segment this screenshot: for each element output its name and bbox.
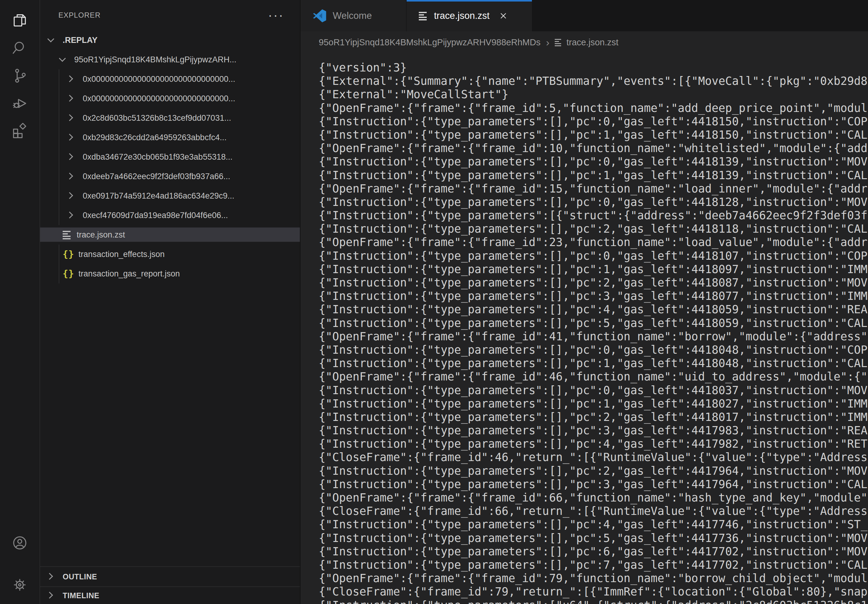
code-line: {"OpenFrame":{"frame":{"frame_id":66,"fu… (319, 491, 868, 505)
code-line: {"Instruction":{"type_parameters":[],"pc… (319, 531, 868, 545)
code-line: {"Instruction":{"type_parameters":[],"pc… (319, 478, 868, 491)
chevron-icon (67, 94, 75, 102)
breadcrumb-separator-icon: › (546, 37, 549, 48)
code-line: {"OpenFrame":{"frame":{"frame_id":79,"fu… (319, 572, 868, 585)
chevron-icon (58, 56, 66, 63)
run-and-debug-button[interactable] (11, 95, 29, 113)
code-line: {"version":3} (319, 61, 868, 74)
json-icon: {} (63, 249, 74, 259)
close-icon[interactable] (498, 11, 508, 21)
tree-item-label: 0xecf47609d7da919ea98e7fd04f6e06... (83, 211, 228, 220)
chevron-icon (67, 172, 75, 180)
code-line: {"Instruction":{"type_parameters":[],"pc… (319, 437, 868, 451)
code-line: {"Instruction":{"type_parameters":[],"pc… (319, 169, 868, 182)
chevron-icon (67, 153, 75, 161)
code-line: {"CloseFrame":{"frame_id":79,"return_":[… (319, 585, 868, 599)
chevron-icon (47, 36, 55, 44)
activity-bar (0, 0, 40, 604)
code-line: {"OpenFrame":{"frame":{"frame_id":23,"fu… (319, 236, 868, 249)
source-control-icon (12, 68, 28, 85)
tree-item-label: 0xe0917b74a5912e4ad186ac634e29c9... (83, 191, 234, 201)
code-line: {"Instruction":{"type_parameters":[],"pc… (319, 303, 868, 316)
code-line: {"Instruction":{"type_parameters":[],"pc… (319, 465, 868, 478)
chevron-icon (67, 192, 75, 200)
activity-bar-bottom (11, 535, 29, 604)
json-icon: {} (63, 269, 74, 279)
search-icon (12, 40, 28, 57)
tree-item-label: 0xb29d83c26cdd2a64959263abbcfc4... (83, 133, 226, 142)
code-line: {"OpenFrame":{"frame":{"frame_id":5,"fun… (319, 102, 868, 115)
code-line: {"External":"MoveCallStart"} (319, 88, 868, 101)
account-icon (12, 535, 28, 552)
search-button[interactable] (11, 40, 29, 57)
tree-row[interactable]: {} transaction_effects.json (40, 245, 300, 264)
code-line: {"Instruction":{"type_parameters":[],"pc… (319, 424, 868, 437)
code-line: {"Instruction":{"type_parameters":[],"pc… (319, 410, 868, 424)
tree-row[interactable]: trace.json.zst (40, 225, 300, 245)
extensions-button[interactable] (11, 123, 29, 141)
explorer-title: EXPLORER (58, 11, 101, 19)
tree-row[interactable]: 0xdba34672e30cb065b1f93e3ab55318... (40, 147, 300, 167)
tab-welcome-label: Welcome (333, 10, 372, 21)
tree-row[interactable]: 0x000000000000000000000000000000... (40, 69, 300, 89)
code-line: {"OpenFrame":{"frame":{"frame_id":10,"fu… (319, 142, 868, 155)
tree-row[interactable]: 0xe0917b74a5912e4ad186ac634e29c9... (40, 186, 300, 206)
code-line: {"Instruction":{"type_parameters":[],"pc… (319, 545, 868, 558)
code-line: {"Instruction":{"type_parameters":[],"pc… (319, 155, 868, 169)
tree-row[interactable]: .REPLAY (40, 30, 300, 50)
tree-row[interactable]: 95oR1YipjSnqd18K4BMshkLgPijypwzARH... (40, 50, 300, 69)
code-line: {"External":{"Summary":{"name":"PTBSumma… (319, 74, 868, 88)
chevron-right-icon (47, 573, 55, 581)
tree-item-label: 0xdba34672e30cb065b1f93e3ab55318... (83, 152, 232, 162)
code-line: {"Instruction":{"type_parameters":[],"pc… (319, 249, 868, 263)
settings-button[interactable] (11, 577, 29, 594)
tree-row[interactable]: 0xecf47609d7da919ea98e7fd04f6e06... (40, 206, 300, 225)
code-line: {"OpenFrame":{"frame":{"frame_id":15,"fu… (319, 182, 868, 195)
source-control-button[interactable] (11, 68, 29, 85)
extensions-icon (12, 123, 28, 141)
breadcrumb-file[interactable]: trace.json.zst (566, 37, 618, 48)
timeline-section-label: TIMELINE (63, 591, 99, 600)
tree-item-label: transaction_effects.json (79, 250, 164, 259)
tree-row[interactable]: 0xdeeb7a4662eec9f2f3def03fb937a66... (40, 167, 300, 186)
tree-item-label: trace.json.zst (77, 230, 125, 240)
tab-welcome[interactable]: Welcome (301, 0, 406, 31)
tree-item-label: 0x000000000000000000000000000000... (83, 74, 236, 84)
code-line: {"Instruction":{"type_parameters":[],"pc… (319, 276, 868, 290)
more-actions-icon[interactable]: ··· (268, 12, 284, 18)
tab-strip: Welcome trace.json.zst (301, 0, 868, 31)
chevron-icon (67, 133, 75, 141)
outline-section-header[interactable]: OUTLINE (40, 566, 300, 586)
editor-group: Welcome trace.json.zst 95oR1YipjSnqd18K4… (300, 0, 868, 604)
tree-item-label: 0x2c8d603bc51326b8c13cef9dd07031... (83, 113, 231, 123)
tree-row[interactable]: 0x000000000000000000000000000000... (40, 89, 300, 108)
code-line: {"Instruction":{"type_parameters":[],"pc… (319, 317, 868, 330)
tab-trace-json-zst[interactable]: trace.json.zst (407, 0, 532, 31)
tree-row[interactable]: 0x2c8d603bc51326b8c13cef9dd07031... (40, 108, 300, 128)
breadcrumb-folder[interactable]: 95oR1YipjSnqd18K4BMshkLgPijypwzARHV988eR… (319, 37, 541, 48)
sidebar-sections: OUTLINE TIMELINE (40, 566, 300, 604)
tree-item-label: 0x000000000000000000000000000000... (83, 94, 236, 104)
tree-item-label: transaction_gas_report.json (79, 269, 180, 279)
code-line: {"Instruction":{"type_parameters":[],"pc… (319, 357, 868, 370)
vscode-logo-icon (313, 9, 327, 23)
code-line: {"Instruction":{"type_parameters":[],"pc… (319, 195, 868, 209)
timeline-section-header[interactable]: TIMELINE (40, 586, 300, 604)
code-line: {"Instruction":{"type_parameters":[],"pc… (319, 384, 868, 397)
explorer-button[interactable] (11, 12, 29, 30)
code-editor[interactable]: {"version":3}{"External":{"Summary":{"na… (301, 53, 868, 604)
tree-row[interactable]: 0xb29d83c26cdd2a64959263abbcfc4... (40, 128, 300, 147)
code-line: {"Instruction":{"type_parameters":[],"pc… (319, 558, 868, 572)
file-lines-icon (63, 230, 72, 240)
gear-icon (12, 577, 28, 594)
accounts-button[interactable] (11, 535, 29, 552)
code-line: {"CloseFrame":{"frame_id":46,"return_":[… (319, 451, 868, 464)
outline-section-label: OUTLINE (63, 572, 97, 581)
code-line: {"Instruction":{"type_parameters":[{"str… (319, 209, 868, 222)
breadcrumb: 95oR1YipjSnqd18K4BMshkLgPijypwzARHV988eR… (301, 31, 868, 53)
chevron-icon (67, 211, 75, 219)
tree-item-label: 0xdeeb7a4662eec9f2f3def03fb937a66... (83, 172, 230, 181)
tree-row[interactable]: {} transaction_gas_report.json (40, 264, 300, 283)
activity-bar-top (11, 0, 29, 150)
code-line: {"Instruction":{"type_parameters":[],"pc… (319, 518, 868, 531)
